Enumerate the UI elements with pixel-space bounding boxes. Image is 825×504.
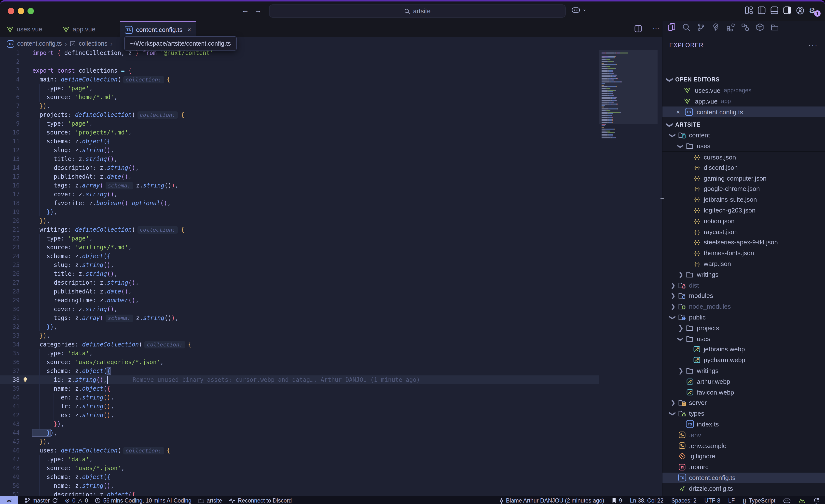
account-icon[interactable]	[796, 6, 804, 15]
tree-item-jetbrains-suite.json[interactable]: {··}jetbrains-suite.json	[663, 194, 825, 205]
folder-icon[interactable]	[770, 23, 779, 31]
source-control-icon[interactable]	[697, 23, 705, 31]
code-line[interactable]: 31 tags: z.array(schema:z.string()),	[0, 314, 599, 322]
tree-item-discord.json[interactable]: {··}discord.json	[663, 162, 825, 173]
minimap[interactable]	[599, 50, 658, 496]
code-editor[interactable]: 1import { defineCollection, z } from '@n…	[0, 50, 662, 496]
tree-item-steelseries-apex-9-tkl.json[interactable]: {··}steelseries-apex-9-tkl.json	[663, 237, 825, 248]
tree-item-logitech-g203.json[interactable]: {··}logitech-g203.json	[663, 205, 825, 216]
code-line[interactable]: 36 source: 'uses/categories/*.json',	[0, 358, 599, 366]
breadcrumb-symbol[interactable]: collections	[79, 40, 107, 47]
open-editors-header[interactable]: ❯OPEN EDITORS	[663, 74, 825, 85]
code-line[interactable]: 48 source: 'uses/*.json',	[0, 464, 599, 473]
tree-item-jetbrains.webp[interactable]: jetbrains.webp	[663, 344, 825, 355]
indentation-item[interactable]: Spaces: 2	[671, 498, 696, 504]
code-line[interactable]: 41 fr: z.string(),	[0, 402, 599, 411]
back-arrow-icon[interactable]: ←	[242, 6, 249, 14]
code-line[interactable]: 9 type: 'page',	[0, 119, 599, 128]
tab-content-config-ts[interactable]: TS content.config.ts ×	[120, 21, 196, 37]
code-line[interactable]: 23 source: 'writings/*.md',	[0, 243, 599, 252]
tree-item-.gitignore[interactable]: .gitignore	[663, 451, 825, 462]
problems-item[interactable]: ⊗0 △0	[65, 497, 88, 504]
tree-item-pycharm.webp[interactable]: pycharm.webp	[663, 355, 825, 365]
tree-item-node_modules[interactable]: ❯node_modules	[663, 301, 825, 312]
discord-item[interactable]: Reconnect to Discord	[229, 498, 292, 504]
code-line[interactable]: 25 slug: z.string(),	[0, 261, 599, 269]
tree-item-themes-fonts.json[interactable]: {··}themes-fonts.json	[663, 248, 825, 259]
mountains-icon[interactable]	[799, 498, 805, 503]
more-actions-icon[interactable]: ⋯	[653, 24, 660, 32]
code-line[interactable]: 28 publishedAt: z.date(),	[0, 287, 599, 296]
code-line[interactable]: 37 schema: z.object({	[0, 366, 599, 375]
package-icon[interactable]	[756, 23, 764, 31]
sync-icon[interactable]	[52, 498, 58, 504]
cursor-position-item[interactable]: Ln 38, Col 22	[630, 498, 663, 504]
tree-item-public[interactable]: ❯public	[663, 312, 825, 323]
code-line[interactable]: 33 }),	[0, 331, 599, 340]
tree-item-content.config.ts[interactable]: TScontent.config.ts	[663, 472, 825, 483]
code-line[interactable]: 45 }),	[0, 437, 599, 446]
tree-item-gaming-computer.json[interactable]: {··}gaming-computer.json	[663, 173, 825, 183]
code-line[interactable]: 22 type: 'page',	[0, 234, 599, 243]
project-item[interactable]: artsite	[199, 498, 222, 504]
copilot-icon[interactable]	[572, 6, 580, 14]
tree-item-favicon.webp[interactable]: favicon.webp	[663, 387, 825, 398]
project-header[interactable]: ❯ARTSITE	[663, 119, 825, 130]
remote-indicator[interactable]: ><	[0, 496, 18, 504]
toggle-bottom-panel-icon[interactable]	[770, 6, 778, 14]
code-line[interactable]: 17 cover: z.string(),	[0, 190, 599, 199]
search-input[interactable]: artsite	[269, 4, 566, 18]
code-line[interactable]: 21 writings: defineCollection(collection…	[0, 225, 599, 234]
tree-item-.env[interactable]: .env	[663, 430, 825, 440]
tree-item-.npmrc[interactable]: .npmrc	[663, 462, 825, 473]
code-line[interactable]: 18 favorite: z.boolean().optional(),	[0, 199, 599, 207]
code-line[interactable]: 47 type: 'data',	[0, 455, 599, 464]
tree-item-dist[interactable]: ❯dist	[663, 280, 825, 290]
open-editor-uses.vue[interactable]: uses.vueapp/pages	[663, 85, 825, 96]
code-line[interactable]: 19 }),	[0, 207, 599, 217]
code-line[interactable]: 26 title: z.string(),	[0, 269, 599, 278]
code-line[interactable]: 5 type: 'page',	[0, 84, 599, 93]
tree-item-types[interactable]: ❯types	[663, 408, 825, 419]
tree-check-icon[interactable]	[711, 23, 720, 31]
language-item[interactable]: {} TypeScript	[743, 498, 775, 504]
code-line[interactable]: 8 projects: defineCollection(collection:…	[0, 110, 599, 119]
extensions-icon[interactable]	[726, 23, 735, 31]
code-line[interactable]: 20 }),	[0, 217, 599, 225]
code-line[interactable]: 13 title: z.string(),	[0, 155, 599, 163]
code-line[interactable]: 15 publishedAt: z.date(),	[0, 172, 599, 181]
code-line[interactable]: 24 schema: z.object({	[0, 252, 599, 261]
code-line[interactable]: 46 uses: defineCollection(collection:{	[0, 446, 599, 455]
tree-item-modules[interactable]: ❯modules	[663, 290, 825, 301]
code-line[interactable]: 42 es: z.string(),	[0, 411, 599, 420]
code-line[interactable]: 32 }),	[0, 322, 599, 331]
tab-uses-vue[interactable]: uses.vue	[2, 21, 47, 37]
layout-icon[interactable]	[745, 6, 753, 14]
code-line[interactable]: 2	[0, 58, 599, 66]
forward-arrow-icon[interactable]: →	[254, 6, 262, 14]
tree-item-index.ts[interactable]: TSindex.ts	[663, 419, 825, 430]
code-line[interactable]: 11 schema: z.object({	[0, 137, 599, 146]
tree-item-server[interactable]: ❯server	[663, 398, 825, 408]
explorer-more-icon[interactable]: ···	[808, 41, 818, 49]
minimize-window-button[interactable]	[18, 8, 24, 14]
tree-item-uses[interactable]: ❯uses	[663, 141, 825, 152]
code-line[interactable]: 38 id: z.string(),Remove unused binary a…	[0, 375, 599, 384]
split-editor-icon[interactable]	[634, 25, 642, 32]
eol-item[interactable]: LF	[728, 498, 735, 504]
tree-item-arthur.webp[interactable]: arthur.webp	[663, 376, 825, 387]
code-line[interactable]: 10 source: 'projects/*.md',	[0, 128, 599, 137]
code-line[interactable]: 1import { defineCollection, z } from '@n…	[0, 50, 599, 58]
blame-item[interactable]: Blame Arthur DANJOU (2 minutes ago)	[500, 497, 604, 504]
code-line[interactable]: 6 source: 'home/*.md',	[0, 93, 599, 102]
tree-item-writings[interactable]: ❯writings	[663, 269, 825, 280]
code-line[interactable]: 14 description: z.string(),	[0, 163, 599, 172]
tree-item-google-chrome.json[interactable]: {··}google-chrome.json	[663, 183, 825, 194]
code-line[interactable]: 30 cover: z.string(),	[0, 305, 599, 314]
tree-item-raycast.json[interactable]: {··}raycast.json	[663, 226, 825, 237]
tree-item-warp.json[interactable]: {··}warp.json	[663, 258, 825, 269]
code-line[interactable]: 35 type: 'data',	[0, 349, 599, 358]
encoding-item[interactable]: UTF-8	[704, 498, 721, 504]
code-line[interactable]: 7 }),	[0, 102, 599, 110]
chevron-down-icon[interactable]: ⌄	[582, 6, 587, 12]
